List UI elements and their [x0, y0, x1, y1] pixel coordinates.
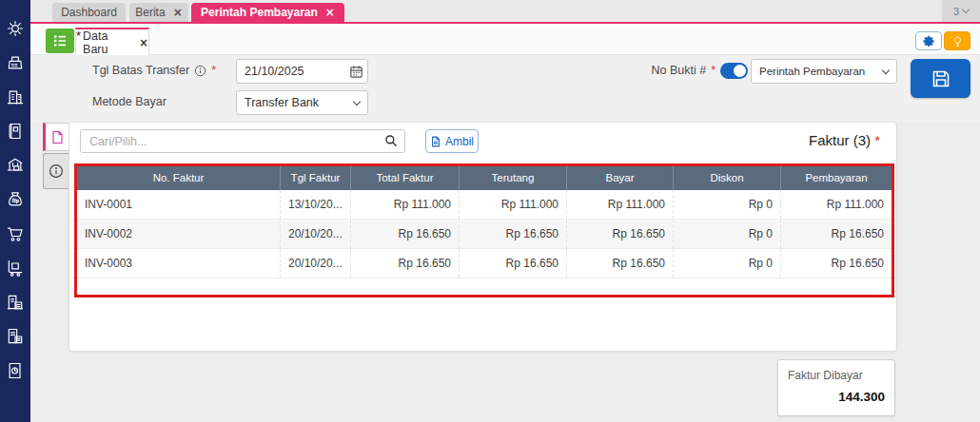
no-bukti-select[interactable]: Perintah Pembayaran	[751, 59, 897, 84]
tab-berita[interactable]: Berita ×	[129, 3, 188, 22]
ambil-button[interactable]: Ambil	[425, 129, 479, 153]
no-bukti-toggle[interactable]	[720, 63, 748, 79]
calendar-icon[interactable]	[349, 65, 363, 79]
col-bayar: Bayar	[566, 166, 673, 190]
panel-tab-info[interactable]	[43, 153, 69, 189]
col-diskon: Diskon	[673, 166, 780, 190]
summary-value: 144.300	[788, 390, 885, 404]
tab-overflow-dropdown[interactable]: 3	[942, 0, 980, 22]
list-icon	[51, 32, 69, 49]
gear-icon	[923, 35, 935, 48]
tab-perintah-pembayaran[interactable]: Perintah Pembayaran ×	[191, 3, 344, 22]
table-header-row: No. Faktur Tgl Faktur Total Faktur Terut…	[77, 166, 892, 190]
tax-calculator-icon[interactable]	[5, 326, 26, 347]
lightbulb-icon	[951, 35, 964, 48]
report-book-icon[interactable]	[5, 360, 26, 381]
panel-tab-faktur[interactable]	[43, 123, 69, 151]
settings-icon[interactable]	[5, 18, 26, 39]
table-row[interactable]: INV-0001 13/10/20... Rp 111.000 Rp 111.0…	[77, 190, 892, 220]
info-icon	[49, 163, 64, 179]
col-tgl-faktur: Tgl Faktur	[280, 166, 350, 190]
tab-label: Data Baru	[83, 29, 132, 56]
cash-register-icon[interactable]	[5, 52, 26, 73]
top-tab-bar: Dashboard Berita × Perintah Pembayaran ×…	[30, 0, 980, 24]
no-bukti-label: No Bukti # *	[628, 64, 715, 77]
close-icon[interactable]: ×	[173, 6, 183, 19]
required-marker: *	[874, 132, 880, 148]
faktur-table: No. Faktur Tgl Faktur Total Faktur Terut…	[74, 163, 894, 297]
app-sidebar: Rp	[0, 0, 30, 422]
unsaved-marker: *	[76, 29, 81, 43]
import-document-icon	[430, 136, 441, 147]
search-icon	[384, 134, 398, 151]
col-pembayaran: Pembayaran	[780, 166, 892, 190]
bank-icon[interactable]	[5, 155, 26, 176]
tab-data-baru[interactable]: * Data Baru ×	[75, 28, 149, 55]
tab-overflow-count: 3	[953, 6, 959, 17]
faktur-count-label: Faktur (3) *	[666, 132, 880, 148]
chevron-down-icon	[882, 66, 890, 73]
col-total-faktur: Total Faktur	[350, 166, 459, 190]
tab-label: Dashboard	[61, 6, 117, 19]
required-marker: *	[711, 64, 715, 77]
ledger-book-icon[interactable]	[5, 121, 26, 142]
settings-button[interactable]	[915, 31, 942, 50]
document-icon	[50, 130, 65, 144]
faktur-dibayar-card: Faktur Dibayar 144.300	[777, 359, 895, 416]
money-bag-icon[interactable]: Rp	[5, 189, 26, 210]
info-icon[interactable]	[194, 65, 206, 77]
record-list-button[interactable]	[46, 29, 74, 53]
search-field-wrap	[80, 129, 405, 153]
document-toolbar	[30, 24, 980, 55]
office-building-icon[interactable]	[5, 86, 26, 107]
tab-label: Berita	[135, 6, 165, 19]
building-document-icon[interactable]	[5, 292, 26, 313]
tips-button[interactable]	[944, 31, 970, 50]
hand-truck-icon[interactable]	[5, 258, 26, 278]
chevron-down-icon	[962, 6, 970, 13]
shopping-cart-icon[interactable]	[5, 223, 26, 244]
metode-bayar-select[interactable]: Transfer Bank	[236, 90, 368, 115]
close-icon[interactable]: ×	[325, 6, 335, 19]
search-input[interactable]	[80, 129, 405, 153]
col-terutang: Terutang	[459, 166, 566, 190]
svg-text:Rp: Rp	[12, 198, 19, 203]
required-marker: *	[211, 64, 216, 77]
table-row[interactable]: INV-0003 20/10/20... Rp 16.650 Rp 16.650…	[77, 249, 892, 278]
tab-label: Perintah Pembayaran	[201, 6, 318, 19]
tgl-batas-transfer-label: Tgl Batas Transfer *	[92, 64, 216, 77]
table-row[interactable]: INV-0002 20/10/20... Rp 16.650 Rp 16.650…	[77, 220, 892, 249]
chevron-down-icon	[353, 97, 361, 105]
close-icon[interactable]: ×	[139, 36, 148, 49]
col-no-faktur: No. Faktur	[77, 166, 280, 190]
tab-dashboard[interactable]: Dashboard	[52, 3, 126, 22]
summary-label: Faktur Dibayar	[788, 369, 885, 382]
save-button[interactable]	[911, 59, 970, 98]
save-icon	[930, 67, 952, 90]
metode-bayar-label: Metode Bayar	[92, 95, 167, 108]
